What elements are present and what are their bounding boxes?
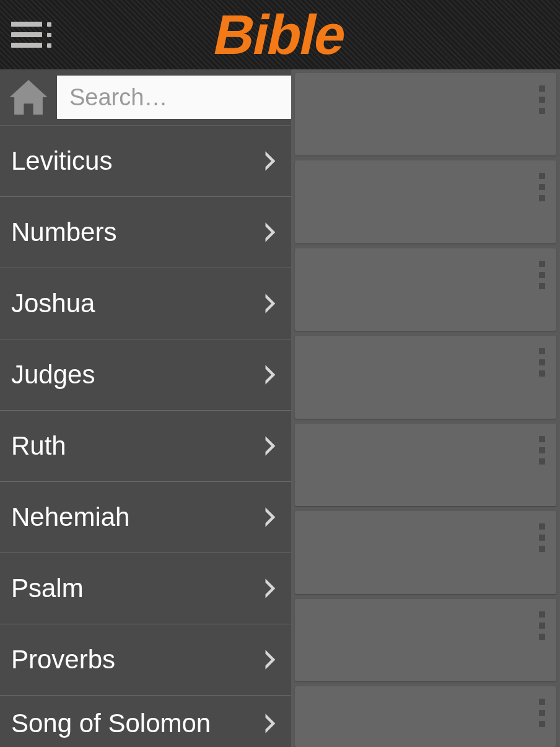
chevron-right-icon bbox=[261, 434, 281, 458]
chevron-right-icon bbox=[261, 712, 281, 735]
app-body: Leviticus Numbers Joshua Judges Ruth Neh… bbox=[0, 69, 560, 747]
card-menu-icon[interactable] bbox=[539, 348, 545, 377]
sidebar-item-proverbs[interactable]: Proverbs bbox=[0, 624, 291, 696]
sidebar: Leviticus Numbers Joshua Judges Ruth Neh… bbox=[0, 69, 291, 747]
content-card[interactable] bbox=[295, 336, 556, 418]
content-card[interactable] bbox=[295, 599, 556, 681]
app-title: Bible bbox=[209, 7, 351, 63]
sidebar-item-judges[interactable]: Judges bbox=[0, 339, 291, 411]
card-menu-icon[interactable] bbox=[539, 173, 545, 201]
content-pane bbox=[291, 69, 560, 747]
sidebar-item-label: Proverbs bbox=[11, 645, 115, 675]
sidebar-item-label: Ruth bbox=[11, 431, 66, 461]
search-row bbox=[0, 69, 291, 126]
chevron-right-icon bbox=[261, 577, 281, 600]
sidebar-item-label: Numbers bbox=[11, 217, 116, 247]
sidebar-item-label: Psalm bbox=[11, 574, 84, 603]
hamburger-bar-icon bbox=[11, 43, 42, 48]
sidebar-item-song-of-solomon[interactable]: Song of Solomon bbox=[0, 696, 291, 747]
card-menu-icon[interactable] bbox=[539, 611, 545, 640]
home-icon[interactable] bbox=[9, 80, 48, 115]
sidebar-menu: Leviticus Numbers Joshua Judges Ruth Neh… bbox=[0, 126, 291, 747]
sidebar-item-label: Nehemiah bbox=[11, 502, 129, 532]
card-menu-icon[interactable] bbox=[539, 261, 545, 289]
chevron-right-icon bbox=[261, 149, 281, 173]
chevron-right-icon bbox=[261, 292, 281, 315]
menu-button[interactable] bbox=[11, 22, 51, 48]
hamburger-bar-icon bbox=[11, 32, 42, 37]
hamburger-dot-icon bbox=[47, 43, 51, 48]
sidebar-item-label: Song of Solomon bbox=[11, 709, 211, 738]
hamburger-bar-icon bbox=[11, 22, 42, 27]
sidebar-item-nehemiah[interactable]: Nehemiah bbox=[0, 482, 291, 553]
hamburger-dot-icon bbox=[47, 33, 51, 37]
content-card[interactable] bbox=[295, 160, 556, 243]
sidebar-item-leviticus[interactable]: Leviticus bbox=[0, 126, 291, 197]
hamburger-dot-icon bbox=[47, 22, 51, 27]
sidebar-item-numbers[interactable]: Numbers bbox=[0, 197, 291, 268]
content-card[interactable] bbox=[295, 248, 556, 331]
card-menu-icon[interactable] bbox=[539, 523, 545, 552]
content-card[interactable] bbox=[295, 511, 556, 593]
sidebar-item-label: Leviticus bbox=[11, 146, 112, 176]
chevron-right-icon bbox=[261, 221, 281, 244]
chevron-right-icon bbox=[261, 363, 281, 387]
chevron-right-icon bbox=[261, 505, 281, 529]
app-header: Bible bbox=[0, 0, 560, 69]
content-card[interactable] bbox=[295, 686, 556, 747]
content-card[interactable] bbox=[295, 73, 556, 155]
sidebar-item-label: Judges bbox=[11, 360, 95, 390]
card-menu-icon[interactable] bbox=[539, 699, 545, 727]
content-card[interactable] bbox=[295, 424, 556, 506]
sidebar-item-joshua[interactable]: Joshua bbox=[0, 268, 291, 339]
card-menu-icon[interactable] bbox=[539, 436, 545, 465]
sidebar-item-psalm[interactable]: Psalm bbox=[0, 553, 291, 624]
sidebar-item-ruth[interactable]: Ruth bbox=[0, 411, 291, 482]
chevron-right-icon bbox=[261, 648, 281, 671]
card-menu-icon[interactable] bbox=[539, 85, 545, 114]
sidebar-item-label: Joshua bbox=[11, 289, 95, 318]
